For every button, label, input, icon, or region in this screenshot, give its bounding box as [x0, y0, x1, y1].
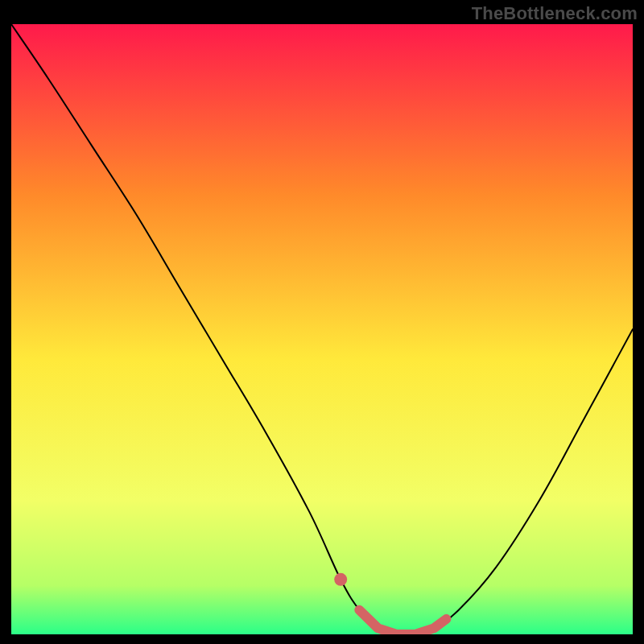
gradient-background: [11, 24, 633, 634]
plot-area: [11, 24, 633, 634]
highlight-dot: [334, 573, 347, 586]
chart-stage: TheBottleneck.com: [0, 0, 644, 644]
chart-svg: [11, 24, 633, 634]
watermark-text: TheBottleneck.com: [472, 3, 638, 24]
